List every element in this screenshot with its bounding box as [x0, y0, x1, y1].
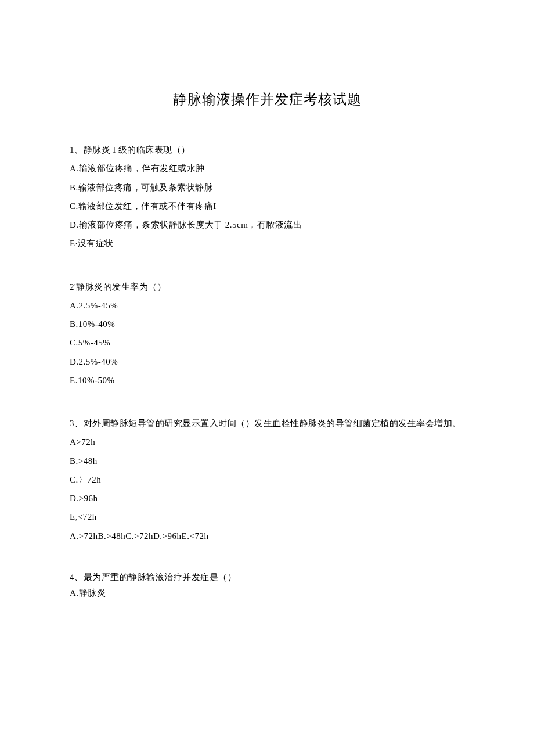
question-1-stem: 静脉炎 I 级的临床表现（） [84, 145, 191, 154]
question-3: 3、对外周静脉短导管的研究显示置入时间（）发生血栓性静脉炎的导管细菌定植的发生率… [70, 414, 464, 545]
question-1-option-c: C.输液部位发红，伴有或不伴有疼痛I [70, 197, 464, 215]
question-3-option-b: B.>48h [70, 452, 464, 470]
question-1-number: 1、 [70, 145, 84, 154]
question-1-option-a: A.输液部位疼痛，伴有发红或水肿 [70, 159, 464, 178]
question-2-stem: 静脉炎的发生率为（） [76, 282, 166, 291]
question-3-stem: 对外周静脉短导管的研究显示置入时间（）发生血栓性静脉炎的导管细菌定植的发生率会增… [84, 419, 461, 428]
question-2-option-e: E.10%-50% [70, 371, 464, 390]
question-4-option-a: A.静脉炎 [70, 585, 464, 601]
question-3-text: 3、对外周静脉短导管的研究显示置入时间（）发生血栓性静脉炎的导管细菌定植的发生率… [70, 414, 464, 433]
question-2-number: 2' [70, 282, 76, 291]
question-3-number: 3、 [70, 419, 84, 428]
question-2-option-b: B.10%-40% [70, 315, 464, 333]
question-4: 4、最为严重的静脉输液治疗并发症是（） A.静脉炎 [70, 570, 464, 601]
question-2-option-c: C.5%-45% [70, 333, 464, 352]
question-4-number: 4、 [70, 573, 84, 582]
question-2: 2'静脉炎的发生率为（） A.2.5%-45% B.10%-40% C.5%-4… [70, 278, 464, 390]
question-1-option-d: D.输液部位疼痛，条索状静脉长度大于 2.5cm，有脓液流出 [70, 215, 464, 234]
question-3-option-c: C.〉72h [70, 470, 464, 489]
question-3-option-a: A>72h [70, 433, 464, 451]
question-1: 1、静脉炎 I 级的临床表现（） A.输液部位疼痛，伴有发红或水肿 B.输液部位… [70, 141, 464, 253]
question-1-option-e: E·没有症状 [70, 234, 464, 253]
question-2-option-d: D.2.5%-40% [70, 352, 464, 371]
question-4-text: 4、最为严重的静脉输液治疗并发症是（） [70, 570, 464, 585]
question-3-option-d: D.>96h [70, 489, 464, 507]
document-title: 静脉输液操作并发症考核试题 [70, 90, 464, 109]
question-3-option-combined: A.>72hB.>48hC.>72hD.>96hE.<72h [70, 527, 464, 545]
question-4-stem: 最为严重的静脉输液治疗并发症是（） [84, 573, 237, 582]
question-1-option-b: B.输液部位疼痛，可触及条索状静脉 [70, 178, 464, 197]
question-2-option-a: A.2.5%-45% [70, 296, 464, 315]
question-2-text: 2'静脉炎的发生率为（） [70, 278, 464, 296]
question-3-option-e: E,<72h [70, 507, 464, 526]
question-1-text: 1、静脉炎 I 级的临床表现（） [70, 141, 464, 159]
